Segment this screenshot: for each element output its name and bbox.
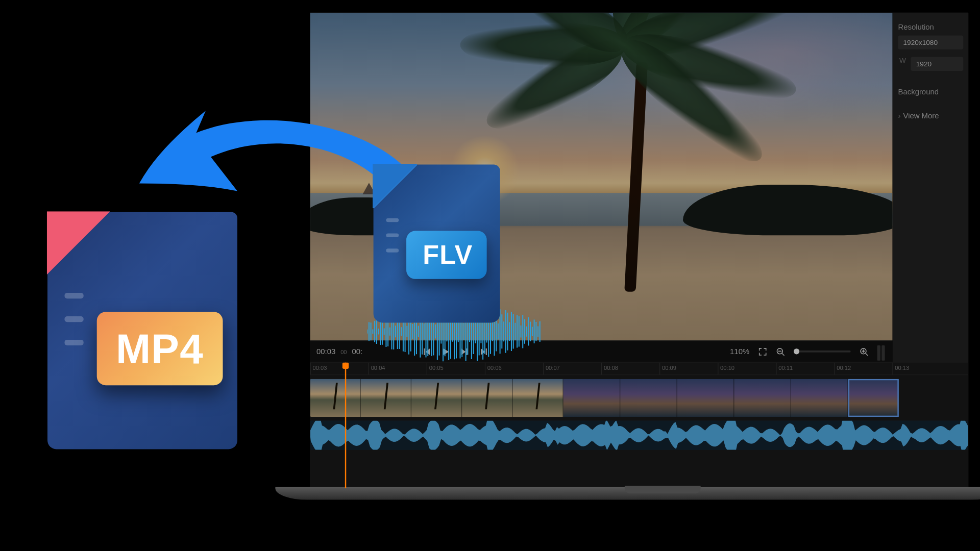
skip-end-button[interactable] [479, 347, 487, 356]
timeline-clip[interactable] [677, 379, 734, 417]
mp4-file-icon: MP4 [47, 212, 237, 449]
timecode-current: 00:03 [316, 347, 335, 356]
ruler-tick: 00:09 [659, 363, 718, 375]
zoom-out-button[interactable] [776, 347, 785, 356]
timeline-ruler[interactable]: 00:0300:0400:0500:0600:0700:0800:0900:10… [310, 363, 969, 375]
playback-bar: 00:03 00 00: 110% [310, 340, 893, 362]
zoom-in-button[interactable] [860, 347, 868, 356]
timeline-clip[interactable] [848, 379, 899, 417]
timecode-secondary: 00: [352, 347, 362, 356]
view-more-link[interactable]: ›View More [898, 111, 964, 120]
width-prefix: W [898, 53, 908, 71]
audio-meter [877, 342, 886, 360]
ruler-tick: 00:03 [310, 363, 369, 375]
timeline-clip[interactable] [791, 379, 848, 417]
laptop-base [275, 487, 980, 500]
audio-track[interactable] [310, 421, 969, 450]
next-frame-button[interactable] [460, 347, 469, 356]
zoom-slider[interactable] [794, 350, 851, 353]
ruler-tick: 00:06 [485, 363, 543, 375]
playhead[interactable] [345, 363, 346, 489]
ruler-tick: 00:12 [834, 363, 892, 375]
mp4-badge: MP4 [97, 312, 223, 385]
timeline-clip[interactable] [310, 379, 361, 417]
ruler-tick: 00:11 [776, 363, 834, 375]
timeline-clip[interactable] [564, 379, 621, 417]
timeline-clip[interactable] [734, 379, 791, 417]
width-input[interactable]: 1920 [911, 57, 963, 71]
ruler-tick: 00:13 [892, 363, 950, 375]
resolution-label: Resolution [898, 23, 964, 32]
ruler-tick: 00:07 [543, 363, 601, 375]
ruler-tick: 00:08 [601, 363, 659, 375]
timeline-clip[interactable] [512, 379, 563, 417]
flv-badge: FLV [406, 231, 487, 279]
svg-marker-95 [373, 164, 417, 208]
play-button[interactable] [441, 347, 450, 356]
resolution-select[interactable]: 980x551 [898, 35, 964, 49]
timeline-clip[interactable] [462, 379, 512, 417]
zoom-percent: 110% [730, 347, 749, 356]
timecode: 00:03 00 00: [316, 347, 362, 356]
ruler-tick: 00:10 [718, 363, 776, 375]
view-more-text: View More [903, 111, 939, 120]
flv-file-icon: FLV [374, 164, 500, 322]
timeline[interactable]: 00:0300:0400:0500:0600:0700:0800:0900:10… [310, 362, 969, 488]
fullscreen-button[interactable] [758, 347, 767, 356]
video-track[interactable] [310, 379, 969, 417]
background-label: Background [898, 87, 964, 96]
prev-frame-button[interactable] [422, 347, 431, 356]
properties-panel: Resolution 980x551 W 1920 Background ›… [892, 13, 968, 362]
timecode-sub: 00 [340, 349, 347, 355]
svg-marker-96 [47, 211, 110, 274]
ruler-tick: 00:05 [427, 363, 485, 375]
timeline-clip[interactable] [411, 379, 462, 417]
timeline-clip[interactable] [620, 379, 677, 417]
ruler-tick: 00:04 [369, 363, 427, 375]
timeline-clip[interactable] [361, 379, 411, 417]
